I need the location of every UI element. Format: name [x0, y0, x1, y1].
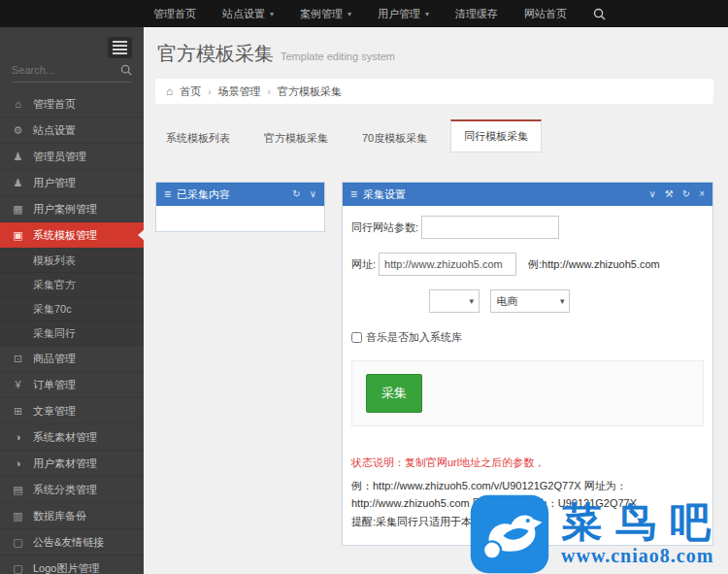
sidebar-item-categories[interactable]: ▤系统分类管理 — [0, 477, 144, 503]
page-title: 官方模板采集 — [157, 43, 274, 64]
peer-param-input[interactable] — [421, 216, 559, 239]
sidebar-item-database-backup[interactable]: ▥数据库备份 — [0, 503, 144, 529]
nav-user-management[interactable]: 用户管理▾ — [378, 7, 429, 21]
sidebar-subitem-label: 采集70c — [33, 302, 72, 317]
sidebar-item-orders[interactable]: ¥订单管理 — [0, 372, 144, 398]
database-icon: ▥ — [12, 510, 24, 523]
category-select-value: 电商 — [496, 294, 517, 309]
submit-section: 采集 — [351, 360, 704, 426]
sidebar-item-user-management[interactable]: ♟用户管理 — [0, 170, 144, 196]
collected-panel-header: ≡ 已采集内容 ↻ ∨ — [156, 183, 324, 206]
logo-icon: ▢ — [12, 562, 24, 574]
sidebar-item-user-cases[interactable]: ▦用户案例管理 — [0, 196, 144, 222]
categories-icon: ▤ — [12, 484, 24, 496]
sidebar-item-label: 管理首页 — [33, 97, 76, 112]
sidebar-subitem-collect-official[interactable]: 采集官方 — [0, 273, 144, 297]
nav-case-management[interactable]: 案例管理▾ — [300, 7, 351, 21]
sidebar-item-label: 站点设置 — [33, 123, 76, 138]
user-assets-icon: ◑ — [12, 457, 24, 469]
sidebar-subitem-collect-70c[interactable]: 采集70c — [0, 297, 144, 321]
breadcrumb: ⌂ 首页 › 场景管理 › 官方模板采集 — [155, 79, 713, 104]
tab-system-template-list[interactable]: 系统模板列表 — [155, 124, 241, 152]
sidebar-toggle-button[interactable] — [108, 37, 132, 58]
nav-label: 用户管理 — [378, 7, 420, 21]
sidebar-menu: ⌂管理首页 ⚙站点设置 ♟管理员管理 ♟用户管理 ▦用户案例管理 ▣系统模板管理… — [0, 91, 144, 574]
sidebar-item-label: 订单管理 — [33, 378, 76, 392]
chevron-down-icon: ▾ — [560, 296, 565, 306]
sidebar-item-admin-management[interactable]: ♟管理员管理 — [0, 144, 144, 170]
url-row: 网址: 例:http://www.zhizuoh5.com — [351, 253, 704, 276]
sidebar-subitem-collect-peer[interactable]: 采集同行 — [0, 321, 144, 346]
tab-70deg-collect[interactable]: 70度模板采集 — [351, 124, 438, 152]
close-icon[interactable]: × — [699, 189, 705, 199]
nav-site-settings[interactable]: 站点设置▾ — [222, 7, 274, 21]
peer-param-row: 同行网站参数: — [351, 216, 704, 239]
sidebar-item-admin-home[interactable]: ⌂管理首页 — [0, 91, 144, 118]
sidebar-item-label: Logo图片管理 — [33, 561, 99, 574]
sidebar-item-system-assets[interactable]: ◑系统素材管理 — [0, 424, 144, 451]
sidebar-item-goods[interactable]: ⊡商品管理 — [0, 346, 144, 372]
list-icon: ≡ — [164, 187, 171, 201]
url-hint: 例:http://www.zhizuoh5.com — [528, 257, 660, 272]
url-input[interactable] — [379, 253, 516, 276]
sidebar-item-label: 用户管理 — [33, 176, 76, 190]
sidebar-item-logo-images[interactable]: ▢Logo图片管理 — [0, 556, 144, 574]
sidebar-item-label: 系统模板管理 — [33, 228, 97, 243]
category-select[interactable]: 电商 ▾ — [490, 289, 570, 313]
search-icon[interactable] — [120, 64, 132, 76]
sidebar-item-announcement-links[interactable]: ▢公告&友情链接 — [0, 529, 144, 556]
collected-panel-title: 已采集内容 — [177, 187, 230, 202]
breadcrumb-separator: › — [208, 86, 211, 97]
user-icon: ♟ — [12, 177, 24, 189]
music-checkbox-label: 音乐是否加入系统库 — [366, 330, 462, 345]
sidebar-item-label: 系统素材管理 — [33, 430, 97, 445]
nav-label: 网站首页 — [524, 7, 567, 21]
music-checkbox-row: 音乐是否加入系统库 — [351, 330, 704, 345]
refresh-icon[interactable]: ↻ — [292, 189, 300, 199]
home-icon: ⌂ — [12, 98, 24, 110]
sidebar-item-system-templates[interactable]: ▣系统模板管理 — [0, 222, 144, 249]
chevron-down-icon[interactable]: ∨ — [648, 189, 655, 199]
nav-site-home[interactable]: 网站首页 — [524, 7, 567, 21]
sidebar-item-articles[interactable]: ⊞文章管理 — [0, 398, 144, 424]
chevron-down-icon: ▾ — [425, 10, 429, 18]
collected-content-panel: ≡ 已采集内容 ↻ ∨ — [155, 182, 325, 232]
sidebar-search — [12, 64, 132, 83]
tab-official-collect[interactable]: 官方模板采集 — [253, 124, 339, 152]
type-select[interactable]: ▾ — [429, 289, 480, 313]
collect-button[interactable]: 采集 — [366, 374, 422, 413]
settings-panel-title: 采集设置 — [363, 187, 406, 202]
watermark-url: www.cniao8.com — [561, 545, 713, 567]
search-icon[interactable] — [593, 8, 606, 20]
search-input[interactable] — [12, 64, 120, 76]
system-assets-icon: ◑ — [12, 431, 24, 443]
site-watermark: 菜鸟吧 www.cniao8.com — [470, 494, 724, 574]
sidebar-item-user-assets[interactable]: ◑用户素材管理 — [0, 451, 144, 477]
nav-label: 管理首页 — [153, 7, 196, 21]
sidebar-item-label: 文章管理 — [33, 404, 76, 419]
collect-settings-panel: ≡ 采集设置 ∨ ⚒ ↻ × 同行网站参数: 网址: 例:http://www — [342, 182, 713, 546]
nav-admin-home[interactable]: 管理首页 — [153, 7, 196, 21]
tab-peer-collect[interactable]: 同行模板采集 — [450, 119, 542, 152]
breadcrumb-item-scene[interactable]: 场景管理 — [218, 84, 261, 99]
refresh-icon[interactable]: ↻ — [682, 189, 690, 199]
top-navbar: 管理首页 站点设置▾ 案例管理▾ 用户管理▾ 清理缓存 网站首页 — [0, 0, 728, 27]
sidebar-item-label: 数据库备份 — [33, 509, 86, 523]
admin-icon: ♟ — [12, 151, 24, 163]
sidebar-item-label: 系统分类管理 — [33, 483, 97, 497]
nav-clear-cache[interactable]: 清理缓存 — [455, 7, 498, 21]
site-settings-icon: ⚙ — [12, 124, 24, 137]
bird-logo-icon — [470, 494, 549, 574]
wrench-icon[interactable]: ⚒ — [665, 189, 674, 199]
page-header: 官方模板采集Template editing system — [144, 27, 728, 67]
sidebar: ⌂管理首页 ⚙站点设置 ♟管理员管理 ♟用户管理 ▦用户案例管理 ▣系统模板管理… — [0, 27, 144, 574]
collected-panel-body — [156, 206, 324, 231]
music-checkbox[interactable] — [351, 332, 362, 343]
sidebar-item-label: 商品管理 — [33, 352, 76, 366]
sidebar-subitem-template-list[interactable]: 模板列表 — [0, 249, 144, 273]
breadcrumb-item-home[interactable]: 首页 — [180, 84, 201, 99]
chevron-down-icon[interactable]: ∨ — [310, 189, 316, 199]
breadcrumb-separator: › — [268, 86, 271, 97]
watermark-title: 菜鸟吧 — [561, 501, 724, 544]
sidebar-item-site-settings[interactable]: ⚙站点设置 — [0, 118, 144, 144]
